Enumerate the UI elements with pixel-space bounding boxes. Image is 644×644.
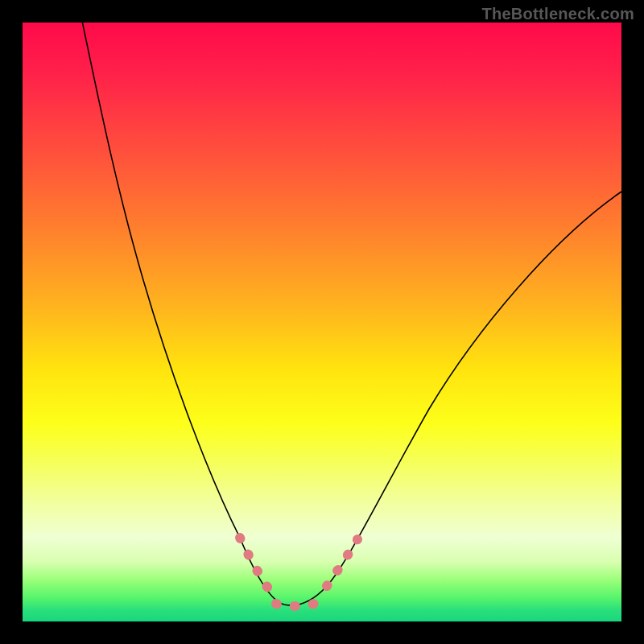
curve-layer <box>23 23 621 621</box>
left-descent-highlight <box>240 538 272 594</box>
chart-frame: TheBottleneck.com <box>0 0 644 644</box>
watermark-text: TheBottleneck.com <box>481 5 634 23</box>
plot-area <box>23 23 621 621</box>
bottleneck-curve <box>82 23 621 605</box>
